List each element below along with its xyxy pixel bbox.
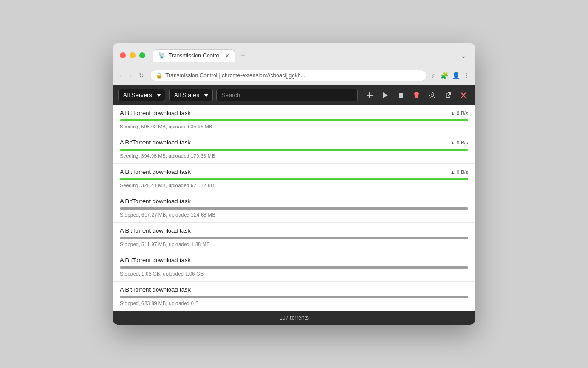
stop-button[interactable]: [395, 90, 407, 101]
torrent-list: A BitTorrent download task ▲ 0 B/s Seedi…: [113, 105, 475, 311]
delete-button[interactable]: [410, 90, 423, 101]
search-input[interactable]: [216, 89, 358, 101]
extensions-icon[interactable]: 🧩: [441, 72, 448, 79]
add-icon: [366, 92, 373, 99]
traffic-lights: [120, 52, 145, 58]
torrent-status: Stopped, 511.97 MB, uploaded 1.88 MB: [120, 242, 468, 247]
torrent-header: A BitTorrent download task: [120, 286, 468, 293]
start-button[interactable]: [379, 90, 392, 101]
progress-bar-container: [120, 296, 468, 298]
external-link-icon: [444, 92, 452, 99]
torrent-status: Seeding, 394.98 MB, uploaded 179.33 MB: [120, 153, 468, 159]
torrent-status: Stopped, 1.06 GB, uploaded 1.06 GB: [120, 271, 468, 276]
open-button[interactable]: [441, 90, 454, 101]
progress-bar-container: [120, 207, 468, 210]
close-button[interactable]: [120, 52, 126, 58]
torrent-name: A BitTorrent download task: [120, 109, 191, 116]
progress-bar-fill: [120, 149, 468, 151]
torrent-header: A BitTorrent download task ▲ 0 B/s: [120, 139, 468, 146]
address-bar: ‹ › ↻ 🔒 Transmission Control | chrome-ex…: [113, 66, 475, 85]
torrent-header: A BitTorrent download task: [120, 227, 468, 234]
torrent-speed: ▲ 0 B/s: [450, 140, 468, 145]
gear-icon: [429, 92, 436, 99]
menu-icon[interactable]: ⋮: [464, 72, 470, 79]
svg-rect-1: [367, 95, 373, 96]
app-content: All Servers All States: [113, 85, 475, 325]
address-icons: ☆ 🧩 👤 ⋮: [431, 72, 470, 79]
torrent-speed: ▲ 0 B/s: [450, 169, 468, 175]
torrent-status: Stopped, 683.89 MB, uploaded 0 B: [120, 300, 468, 306]
progress-bar-fill: [120, 178, 468, 180]
torrent-item[interactable]: A BitTorrent download task Stopped, 1.06…: [113, 252, 475, 282]
forward-button[interactable]: ›: [128, 71, 134, 80]
torrent-name: A BitTorrent download task: [120, 139, 191, 146]
torrent-name: A BitTorrent download task: [120, 168, 191, 175]
address-text: Transmission Control | chrome-extension:…: [165, 72, 305, 79]
close-app-button[interactable]: [457, 90, 470, 101]
torrent-item[interactable]: A BitTorrent download task Stopped, 511.…: [113, 223, 475, 252]
stop-icon: [397, 92, 405, 99]
svg-marker-2: [383, 92, 388, 98]
torrent-status: Stopped, 617.27 MB, uploaded 224.68 MB: [120, 212, 468, 218]
play-icon: [382, 92, 389, 99]
torrent-header: A BitTorrent download task: [120, 257, 468, 264]
torrent-header: A BitTorrent download task: [120, 198, 468, 205]
tab-close-button[interactable]: ×: [226, 52, 229, 59]
torrent-header: A BitTorrent download task ▲ 0 B/s: [120, 168, 468, 175]
progress-bar-fill: [120, 207, 468, 210]
torrent-count: 107 torrents: [279, 315, 309, 321]
torrent-item[interactable]: A BitTorrent download task ▲ 0 B/s Seedi…: [113, 105, 475, 134]
status-bar: 107 torrents: [113, 311, 475, 325]
active-tab[interactable]: 📡 Transmission Control ×: [153, 49, 235, 62]
torrent-item[interactable]: A BitTorrent download task Stopped, 683.…: [113, 282, 475, 311]
browser-window: 📡 Transmission Control × + ⌄ ‹ › ↻ 🔒 Tra…: [113, 43, 475, 325]
trash-icon: [413, 92, 420, 99]
torrent-item[interactable]: A BitTorrent download task Stopped, 617.…: [113, 193, 475, 223]
add-torrent-button[interactable]: [363, 90, 376, 101]
servers-select[interactable]: All Servers: [118, 89, 165, 101]
torrent-name: A BitTorrent download task: [120, 286, 191, 293]
settings-button[interactable]: [426, 90, 439, 101]
maximize-button[interactable]: [139, 52, 145, 58]
title-bar: 📡 Transmission Control × + ⌄: [113, 43, 475, 66]
tab-title: Transmission Control: [169, 52, 222, 59]
close-icon: [460, 92, 467, 99]
back-button[interactable]: ‹: [118, 71, 124, 80]
progress-bar-container: [120, 178, 468, 180]
torrent-name: A BitTorrent download task: [120, 257, 191, 264]
progress-bar-fill: [120, 266, 468, 269]
progress-bar-container: [120, 149, 468, 151]
toolbar-actions: [363, 90, 470, 101]
new-tab-button[interactable]: +: [237, 49, 249, 62]
torrent-item[interactable]: A BitTorrent download task ▲ 0 B/s Seedi…: [113, 134, 475, 164]
toolbar: All Servers All States: [113, 85, 475, 105]
refresh-button[interactable]: ↻: [137, 71, 146, 80]
torrent-name: A BitTorrent download task: [120, 198, 191, 205]
bookmark-icon[interactable]: ☆: [431, 72, 437, 79]
torrent-status: Seeding, 328.41 MB, uploaded 671.12 KB: [120, 183, 468, 188]
svg-rect-4: [415, 92, 418, 93]
torrent-item[interactable]: A BitTorrent download task ▲ 0 B/s Seedi…: [113, 164, 475, 193]
tab-favicon-icon: 📡: [158, 52, 165, 59]
svg-rect-5: [414, 93, 419, 94]
progress-bar-fill: [120, 296, 468, 298]
minimize-button[interactable]: [130, 52, 136, 58]
torrent-status: Seeding, 598.02 MB, uploaded 35.95 MB: [120, 124, 468, 129]
progress-bar-fill: [120, 237, 468, 239]
tab-menu-button[interactable]: ⌄: [459, 50, 468, 61]
address-input[interactable]: 🔒 Transmission Control | chrome-extensio…: [150, 70, 427, 81]
progress-bar-container: [120, 237, 468, 239]
states-select[interactable]: All States: [169, 89, 213, 101]
torrent-header: A BitTorrent download task ▲ 0 B/s: [120, 109, 468, 116]
torrent-speed: ▲ 0 B/s: [450, 110, 468, 116]
progress-bar-container: [120, 119, 468, 121]
svg-rect-3: [399, 93, 403, 98]
progress-bar-container: [120, 266, 468, 269]
progress-bar-fill: [120, 119, 468, 121]
torrent-name: A BitTorrent download task: [120, 227, 191, 234]
tab-bar: 📡 Transmission Control × + ⌄: [153, 49, 468, 62]
profile-icon[interactable]: 👤: [452, 72, 460, 79]
